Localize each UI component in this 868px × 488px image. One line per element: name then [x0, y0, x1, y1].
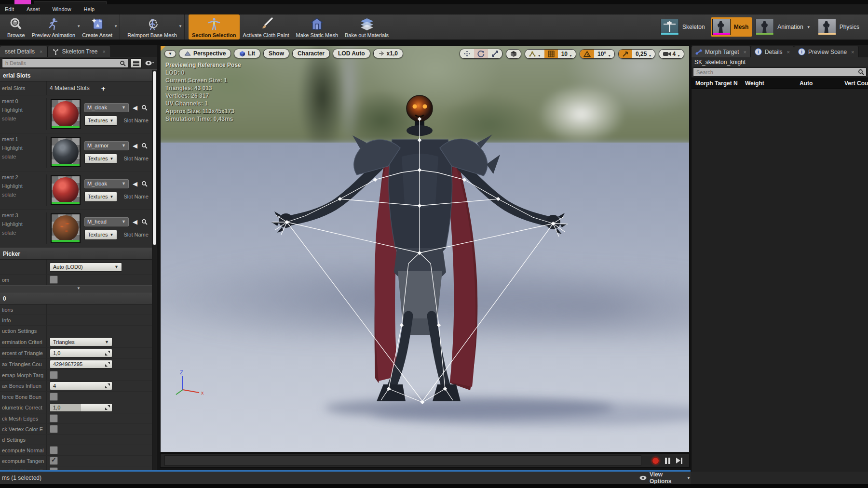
timeline-scrubber[interactable]: [164, 455, 641, 466]
menu-edit[interactable]: Edit: [5, 6, 14, 12]
perspective-button[interactable]: Perspective: [179, 49, 231, 58]
create-asset-dropdown-caret[interactable]: ▼: [114, 24, 118, 28]
tab-preview-scene[interactable]: i Preview Scene×: [794, 46, 858, 57]
camera-speed-button[interactable]: 4▼: [659, 50, 684, 58]
volumetric-correction-input[interactable]: 1,0: [50, 403, 112, 412]
build-settings-label[interactable]: d Settings: [0, 437, 46, 443]
tab-physics[interactable]: Physics: [816, 17, 863, 37]
tab-details[interactable]: i Details×: [751, 46, 794, 57]
termination-criterion-dropdown[interactable]: Triangles▼: [50, 337, 112, 346]
tab-skeleton[interactable]: Skeleton: [659, 17, 709, 37]
tab-morph-target[interactable]: Morph Target×: [692, 46, 751, 57]
morph-search-box[interactable]: [693, 67, 867, 77]
enforce-bone-boundaries-checkbox[interactable]: [50, 393, 58, 401]
material-select-dropdown[interactable]: M_cloak▼: [84, 103, 129, 112]
browse-to-asset-icon[interactable]: [141, 219, 148, 225]
menu-asset[interactable]: Asset: [27, 6, 40, 12]
rotate-tool-button[interactable]: [474, 49, 488, 58]
column-morph-target-name[interactable]: Morph Target N: [692, 80, 741, 87]
column-auto[interactable]: Auto: [796, 80, 841, 87]
textures-dropdown[interactable]: Textures▼: [84, 116, 117, 126]
sections-label[interactable]: tions: [0, 307, 46, 313]
surface-snap-button[interactable]: ▼: [525, 50, 544, 58]
scale-snap-value[interactable]: 0,25▼: [632, 50, 655, 58]
highlight-label[interactable]: Highlight: [2, 221, 46, 227]
close-icon[interactable]: ×: [103, 49, 106, 54]
left-panel-scrollbar[interactable]: [152, 70, 157, 471]
close-icon[interactable]: ×: [40, 49, 42, 54]
lock-vertex-color-checkbox[interactable]: [50, 425, 58, 433]
custom-checkbox[interactable]: [50, 276, 58, 284]
morph-search-input[interactable]: [695, 69, 858, 76]
reimport-dropdown-caret[interactable]: ▼: [178, 24, 182, 28]
remap-morph-targets-checkbox[interactable]: [50, 371, 58, 379]
use-selected-asset-icon[interactable]: ◀: [133, 105, 137, 111]
lock-mesh-edges-checkbox[interactable]: [50, 414, 58, 422]
material-select-dropdown[interactable]: M_head▼: [84, 217, 129, 226]
grid-snap-value[interactable]: 10▼: [558, 50, 576, 58]
preview-animation-button[interactable]: Preview Animation ▼: [28, 14, 79, 40]
tab-asset-details[interactable]: sset Details×: [0, 46, 48, 57]
lod-auto-button[interactable]: LOD Auto: [333, 49, 370, 58]
recompute-tangents-checkbox[interactable]: [50, 457, 58, 465]
world-coordinate-button[interactable]: [506, 50, 521, 58]
browse-button[interactable]: Browse: [4, 14, 28, 40]
make-static-mesh-button[interactable]: Make Static Mesh: [293, 14, 341, 40]
material-thumbnail[interactable]: [51, 175, 81, 205]
menu-help[interactable]: Help: [84, 6, 95, 12]
material-select-dropdown[interactable]: M_armor▼: [84, 141, 129, 150]
highlight-label[interactable]: Highlight: [2, 183, 46, 189]
lod-picker-dropdown[interactable]: Auto (LOD0)▼: [50, 263, 122, 272]
rotation-snap-value[interactable]: 10°▼: [594, 50, 614, 58]
reduction-settings-label[interactable]: uction Settings: [0, 328, 46, 334]
column-vert-count[interactable]: Vert Count: [841, 80, 868, 87]
grid-snap-toggle[interactable]: [544, 50, 558, 58]
show-menu-button[interactable]: Show: [263, 49, 289, 58]
playback-speed-button[interactable]: x1,0: [373, 49, 403, 58]
material-thumbnail[interactable]: [51, 137, 81, 167]
activate-cloth-paint-button[interactable]: Activate Cloth Paint: [240, 14, 293, 40]
reimport-base-mesh-button[interactable]: Reimport Base Mesh ▼: [124, 14, 180, 40]
info-label[interactable]: Info: [0, 317, 46, 323]
use-selected-asset-icon[interactable]: ◀: [133, 219, 137, 225]
property-matrix-button[interactable]: [130, 58, 142, 68]
recompute-normals-checkbox[interactable]: [50, 446, 58, 454]
material-thumbnail[interactable]: [51, 213, 81, 243]
rotation-snap-toggle[interactable]: [580, 50, 594, 58]
animation-dropdown-caret[interactable]: ▼: [807, 25, 811, 29]
isolate-label[interactable]: solate: [2, 116, 46, 121]
details-search-box[interactable]: [2, 58, 128, 68]
menu-window[interactable]: Window: [52, 6, 71, 12]
max-triangles-input[interactable]: 4294967295: [50, 360, 112, 369]
translate-tool-button[interactable]: [460, 49, 474, 58]
max-bones-influence-input[interactable]: 4: [50, 382, 112, 390]
view-filter-button[interactable]: [144, 58, 155, 68]
lod-picker-header[interactable]: Picker: [0, 248, 157, 260]
browse-to-asset-icon[interactable]: [141, 105, 148, 111]
material-thumbnail[interactable]: [51, 99, 81, 129]
details-expander[interactable]: ▼: [0, 285, 157, 292]
close-icon[interactable]: ×: [787, 49, 790, 55]
preview-viewport[interactable]: ▼ Perspective Lit Show Character LOD Aut…: [160, 45, 690, 452]
tab-skeleton-tree[interactable]: Skeleton Tree×: [48, 46, 110, 57]
use-selected-asset-icon[interactable]: ◀: [133, 181, 137, 187]
browse-to-asset-icon[interactable]: [141, 181, 148, 187]
lit-mode-button[interactable]: Lit: [234, 49, 260, 58]
isolate-label[interactable]: solate: [2, 154, 46, 159]
percent-triangles-input[interactable]: 1,0: [50, 349, 112, 357]
record-button[interactable]: [652, 457, 659, 464]
material-slots-header[interactable]: erial Slots: [0, 69, 157, 81]
bake-out-materials-button[interactable]: Bake out Materials: [341, 14, 392, 40]
scale-snap-toggle[interactable]: [619, 50, 632, 58]
material-select-dropdown[interactable]: M_cloak▼: [84, 179, 129, 188]
section-selection-button[interactable]: Section Selection: [189, 14, 240, 40]
textures-dropdown[interactable]: Textures▼: [84, 230, 117, 240]
tab-animation[interactable]: Animation ▼: [754, 17, 814, 37]
scale-tool-button[interactable]: [488, 49, 502, 58]
pause-button[interactable]: [665, 458, 670, 464]
lod0-header[interactable]: 0: [0, 292, 157, 304]
column-weight[interactable]: Weight: [741, 80, 796, 87]
character-menu-button[interactable]: Character: [292, 49, 330, 58]
close-icon[interactable]: ×: [743, 49, 746, 55]
browse-to-asset-icon[interactable]: [141, 143, 148, 149]
